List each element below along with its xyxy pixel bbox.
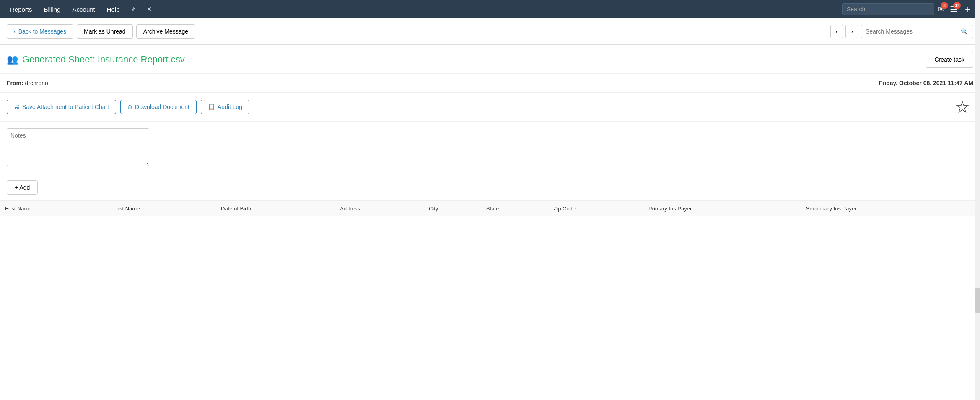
prev-message-button[interactable]: ‹ xyxy=(830,25,843,38)
top-nav: Reports Billing Account Help ⚕ ✕ ✉ 8 ☰ 3… xyxy=(0,0,980,18)
mark-unread-button[interactable]: Mark as Unread xyxy=(77,24,133,39)
arrow-left-icon: ‹ xyxy=(14,28,16,35)
mail-icon-wrapper[interactable]: ✉ 8 xyxy=(936,3,946,16)
save-attachment-button[interactable]: 🖨 Save Attachment to Patient Chart xyxy=(7,100,116,114)
from-label: From: xyxy=(7,80,23,86)
col-secondary-ins: Secondary Ins Payer xyxy=(801,201,980,216)
mail-badge: 8 xyxy=(941,2,948,9)
add-section: + Add xyxy=(0,174,980,201)
table-section: First Name Last Name Date of Birth Addre… xyxy=(0,201,980,216)
nav-help[interactable]: Help xyxy=(102,3,125,16)
create-task-button[interactable]: Create task xyxy=(926,52,973,68)
scrollbar-thumb[interactable] xyxy=(975,288,980,313)
message-nav-search: ‹ › 🔍 xyxy=(830,25,973,38)
audit-log-button[interactable]: 📋 Audit Log xyxy=(201,100,249,114)
from-row: From: drchrono Friday, October 08, 2021 … xyxy=(0,74,980,93)
scrollbar[interactable] xyxy=(975,0,980,400)
col-state: State xyxy=(481,201,548,216)
download-icon: ⊕ xyxy=(127,104,132,110)
col-primary-ins: Primary Ins Payer xyxy=(643,201,801,216)
attachment-bar: 🖨 Save Attachment to Patient Chart ⊕ Dow… xyxy=(0,93,980,122)
message-datetime: Friday, October 08, 2021 11:47 AM xyxy=(879,80,973,86)
nav-account[interactable]: Account xyxy=(67,3,100,16)
from-info: From: drchrono xyxy=(7,80,48,86)
action-bar: ‹ Back to Messages Mark as Unread Archiv… xyxy=(0,18,980,45)
col-first-name: First Name xyxy=(0,201,109,216)
col-address: Address xyxy=(335,201,424,216)
download-document-button[interactable]: ⊕ Download Document xyxy=(120,100,197,114)
star-button[interactable]: ☆ xyxy=(951,99,973,115)
notes-textarea[interactable] xyxy=(7,128,149,166)
user-group-icon: 👥 xyxy=(7,54,18,65)
data-table: First Name Last Name Date of Birth Addre… xyxy=(0,201,980,216)
save-attachment-icon: 🖨 xyxy=(14,104,20,110)
from-sender: drchrono xyxy=(25,80,48,86)
search-messages-input[interactable] xyxy=(861,25,953,38)
notes-section xyxy=(0,122,980,174)
col-city: City xyxy=(424,201,481,216)
caduceus-icon[interactable]: ⚕ xyxy=(127,2,140,16)
col-zip: Zip Code xyxy=(548,201,643,216)
close-icon[interactable]: ✕ xyxy=(142,2,157,16)
nav-reports[interactable]: Reports xyxy=(5,3,37,16)
back-to-messages-button[interactable]: ‹ Back to Messages xyxy=(7,24,73,39)
col-dob: Date of Birth xyxy=(216,201,335,216)
search-messages-button[interactable]: 🔍 xyxy=(956,25,973,38)
nav-billing[interactable]: Billing xyxy=(39,3,66,16)
col-last-name: Last Name xyxy=(109,201,216,216)
message-title: 👥 Generated Sheet: Insurance Report.csv xyxy=(7,54,185,65)
global-search-input[interactable] xyxy=(842,3,934,15)
add-icon[interactable]: ＋ xyxy=(961,1,975,17)
archive-message-button[interactable]: Archive Message xyxy=(136,24,195,39)
next-message-button[interactable]: › xyxy=(845,25,858,38)
audit-log-icon: 📋 xyxy=(208,104,215,110)
menu-badge: 37 xyxy=(953,2,961,9)
add-button[interactable]: + Add xyxy=(7,180,38,195)
title-bar: 👥 Generated Sheet: Insurance Report.csv … xyxy=(0,45,980,74)
menu-icon-wrapper[interactable]: ☰ 37 xyxy=(948,3,959,16)
